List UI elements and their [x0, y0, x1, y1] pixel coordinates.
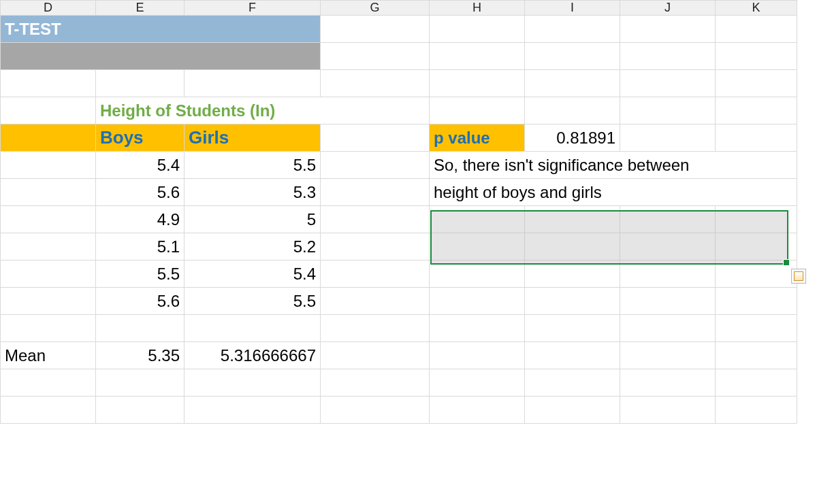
cell[interactable] — [185, 70, 321, 97]
cell[interactable] — [321, 124, 430, 152]
cell[interactable] — [96, 397, 185, 424]
quick-analysis-button[interactable] — [791, 269, 806, 284]
cell[interactable] — [525, 70, 620, 97]
cell[interactable] — [1, 233, 96, 261]
cell[interactable] — [430, 288, 525, 315]
gray-bar[interactable] — [1, 43, 321, 70]
cell[interactable] — [1, 97, 96, 124]
cell[interactable] — [321, 16, 430, 43]
cell[interactable] — [1, 152, 96, 179]
mean-label[interactable]: Mean — [1, 342, 96, 369]
cell[interactable] — [716, 16, 797, 43]
cell[interactable] — [321, 261, 430, 288]
cell[interactable] — [525, 233, 620, 261]
col-header-H[interactable]: H — [430, 1, 525, 16]
cell[interactable] — [620, 16, 716, 43]
cell[interactable] — [321, 369, 430, 397]
spreadsheet-grid[interactable]: D E F G H I J K T-TEST — [0, 0, 797, 424]
cell[interactable] — [525, 43, 620, 70]
cell[interactable] — [716, 124, 797, 152]
cell[interactable] — [620, 124, 716, 152]
cell[interactable] — [430, 233, 525, 261]
cell[interactable] — [620, 97, 716, 124]
girls-value[interactable]: 5 — [185, 206, 321, 233]
boys-value[interactable]: 5.5 — [96, 261, 185, 288]
column-header-row[interactable]: D E F G H I J K — [1, 1, 797, 16]
cell[interactable] — [525, 397, 620, 424]
boys-value[interactable]: 4.9 — [96, 206, 185, 233]
cell[interactable] — [430, 397, 525, 424]
girls-value[interactable]: 5.5 — [185, 152, 321, 179]
girls-value[interactable]: 5.4 — [185, 261, 321, 288]
cell[interactable] — [321, 397, 430, 424]
girls-header[interactable]: Girls — [185, 124, 321, 152]
cell[interactable] — [716, 315, 797, 342]
cell[interactable] — [321, 342, 430, 369]
boys-value[interactable]: 5.6 — [96, 288, 185, 315]
cell[interactable] — [1, 397, 96, 424]
cell[interactable] — [620, 397, 716, 424]
cell[interactable] — [1, 369, 96, 397]
cell[interactable] — [430, 206, 525, 233]
cell[interactable] — [525, 288, 620, 315]
cell[interactable] — [716, 369, 797, 397]
boys-value[interactable]: 5.6 — [96, 179, 185, 206]
title-cell[interactable]: T-TEST — [1, 16, 321, 43]
cell[interactable] — [1, 206, 96, 233]
cell[interactable] — [321, 288, 430, 315]
col-header-I[interactable]: I — [525, 1, 620, 16]
col-header-J[interactable]: J — [620, 1, 716, 16]
cell[interactable] — [620, 70, 716, 97]
spreadsheet-view[interactable]: D E F G H I J K T-TEST — [0, 0, 817, 504]
cell[interactable] — [525, 369, 620, 397]
cell[interactable] — [185, 397, 321, 424]
cell[interactable] — [430, 70, 525, 97]
cell[interactable] — [525, 261, 620, 288]
girls-value[interactable]: 5.2 — [185, 233, 321, 261]
cell[interactable] — [716, 70, 797, 97]
cell[interactable] — [430, 43, 525, 70]
boys-value[interactable]: 5.4 — [96, 152, 185, 179]
cell[interactable] — [430, 342, 525, 369]
girls-value[interactable]: 5.5 — [185, 288, 321, 315]
mean-girls[interactable]: 5.316666667 — [185, 342, 321, 369]
cell[interactable] — [96, 369, 185, 397]
boys-header[interactable]: Boys — [96, 124, 185, 152]
cell[interactable] — [620, 288, 716, 315]
cell[interactable] — [1, 261, 96, 288]
cell[interactable] — [321, 70, 430, 97]
cell[interactable] — [716, 43, 797, 70]
cell[interactable] — [525, 315, 620, 342]
cell[interactable] — [620, 342, 716, 369]
cell[interactable] — [620, 206, 716, 233]
cell[interactable] — [1, 315, 96, 342]
col-header-G[interactable]: G — [321, 1, 430, 16]
cell[interactable] — [716, 97, 797, 124]
conclusion-line2[interactable]: height of boys and girls — [430, 179, 797, 206]
cell[interactable] — [525, 206, 620, 233]
cell[interactable] — [185, 369, 321, 397]
cell[interactable] — [525, 97, 620, 124]
cell[interactable] — [716, 342, 797, 369]
cell[interactable] — [620, 43, 716, 70]
girls-value[interactable]: 5.3 — [185, 179, 321, 206]
pvalue-label[interactable]: p value — [430, 124, 525, 152]
cell[interactable] — [620, 261, 716, 288]
cell[interactable] — [716, 206, 797, 233]
cell[interactable] — [620, 233, 716, 261]
section-title[interactable]: Height of Students (In) — [96, 97, 430, 124]
cell[interactable] — [716, 261, 797, 288]
cell[interactable] — [430, 97, 525, 124]
cell[interactable] — [321, 152, 430, 179]
cell[interactable] — [321, 233, 430, 261]
col-header-E[interactable]: E — [96, 1, 185, 16]
conclusion-line1[interactable]: So, there isn't significance between — [430, 152, 797, 179]
cell[interactable] — [430, 16, 525, 43]
pvalue-value[interactable]: 0.81891 — [525, 124, 620, 152]
cell[interactable] — [716, 233, 797, 261]
cell[interactable] — [96, 70, 185, 97]
cell[interactable] — [321, 206, 430, 233]
cell[interactable] — [620, 315, 716, 342]
cell[interactable] — [96, 315, 185, 342]
cell[interactable] — [716, 288, 797, 315]
